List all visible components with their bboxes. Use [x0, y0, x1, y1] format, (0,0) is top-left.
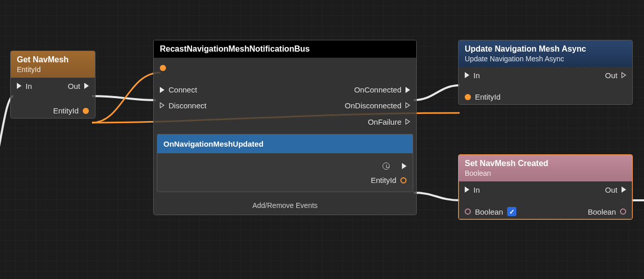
node-header: RecastNavigationMeshNotificationBus — [154, 40, 416, 58]
boolean-checkbox[interactable]: ✓ — [507, 207, 516, 216]
clock-icon — [383, 162, 390, 170]
port-entityid-in[interactable]: EntityId — [465, 92, 500, 101]
port-disconnect[interactable]: Disconnect — [160, 101, 206, 110]
node-title: Get NavMesh — [17, 55, 89, 64]
port-event-exec-out[interactable] — [383, 162, 407, 170]
node-notification-bus[interactable]: RecastNavigationMeshNotificationBus Conn… — [153, 40, 417, 215]
port-entityid-out[interactable]: EntityId — [53, 106, 89, 115]
node-update-navmesh-async[interactable]: Update Navigation Mesh Async Update Navi… — [458, 40, 633, 105]
node-title: Set NavMesh Created — [465, 159, 626, 168]
port-onconnected[interactable]: OnConnected — [354, 85, 410, 94]
node-get-navmesh[interactable]: Get NavMesh EntityId In Out EntityId — [10, 51, 96, 119]
port-onfailure[interactable]: OnFailure — [368, 118, 410, 126]
port-connect[interactable]: Connect — [160, 85, 197, 94]
port-boolean-in[interactable]: Boolean ✓ — [465, 207, 516, 216]
port-in[interactable]: In — [465, 71, 480, 80]
port-boolean-out[interactable]: Boolean — [588, 207, 626, 216]
port-ondisconnected[interactable]: OnDisconnected — [345, 101, 410, 110]
port-in[interactable]: In — [17, 82, 32, 90]
node-header: Get NavMesh EntityId — [11, 51, 95, 78]
node-title: RecastNavigationMeshNotificationBus — [160, 44, 410, 54]
node-set-navmesh-created[interactable]: Set NavMesh Created Boolean In Out Boole… — [458, 154, 633, 220]
node-header: Update Navigation Mesh Async Update Navi… — [459, 40, 632, 67]
node-header: Set NavMesh Created Boolean — [459, 155, 632, 181]
port-source-in[interactable] — [160, 65, 166, 71]
port-out[interactable]: Out — [605, 185, 626, 194]
event-section: OnNavigationMeshUpdated EntityId — [157, 134, 413, 192]
node-subtitle: Boolean — [465, 169, 626, 177]
node-subtitle: EntityId — [17, 65, 89, 74]
node-title: Update Navigation Mesh Async — [465, 44, 626, 54]
port-out[interactable]: Out — [605, 71, 626, 80]
add-remove-events-button[interactable]: Add/Remove Events — [154, 196, 416, 215]
port-in[interactable]: In — [465, 185, 480, 194]
event-title: OnNavigationMeshUpdated — [157, 134, 413, 153]
port-event-entityid[interactable]: EntityId — [371, 176, 407, 184]
node-subtitle: Update Navigation Mesh Async — [465, 55, 626, 63]
port-out[interactable]: Out — [68, 82, 89, 90]
